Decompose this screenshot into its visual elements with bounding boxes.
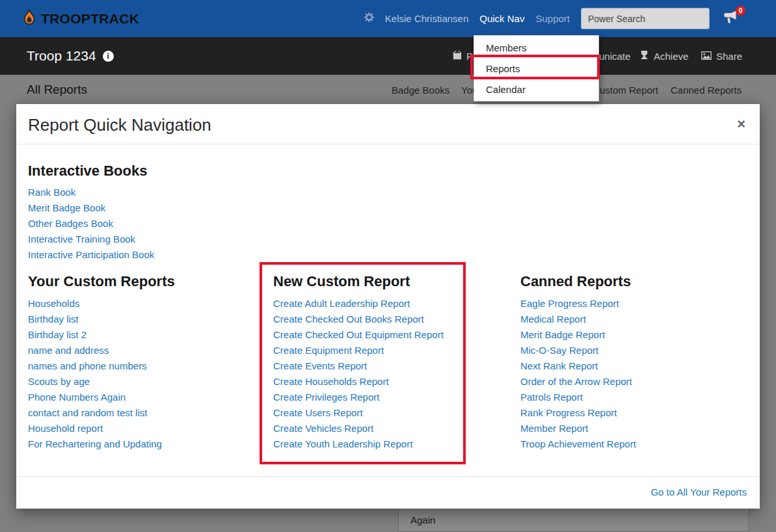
report-link[interactable]: Troop Achievement Report: [520, 436, 636, 452]
section-heading: Interactive Books: [28, 163, 748, 180]
report-link[interactable]: Eagle Progress Report: [520, 296, 619, 312]
report-link[interactable]: contact and random test list: [28, 405, 147, 421]
report-link[interactable]: Create Checked Out Books Report: [273, 312, 424, 327]
report-link[interactable]: Create Households Report: [273, 374, 389, 390]
report-link[interactable]: Member Report: [520, 421, 588, 436]
quick-nav-dropdown: Members Reports Calendar: [474, 35, 599, 101]
report-link[interactable]: Rank Progress Report: [520, 405, 617, 421]
gear-icon[interactable]: [364, 12, 374, 25]
section-heading: Your Custom Reports: [28, 273, 273, 290]
menu-item-members[interactable]: Members: [474, 37, 598, 58]
subnav-item-label: Achieve: [654, 51, 688, 62]
report-link[interactable]: Scouts by age: [28, 374, 90, 390]
report-link[interactable]: Household report: [28, 421, 103, 436]
report-link[interactable]: For Rechartering and Updating: [28, 436, 162, 452]
report-link[interactable]: Interactive Training Book: [28, 232, 135, 247]
report-link[interactable]: Phone Numbers Again: [28, 390, 126, 405]
report-link[interactable]: Merit Badge Book: [28, 200, 105, 216]
calendar-icon: [453, 51, 462, 62]
report-link[interactable]: Medical Report: [520, 312, 586, 327]
power-search-input[interactable]: [581, 8, 710, 29]
menu-item-calendar[interactable]: Calendar: [474, 79, 598, 100]
report-link[interactable]: Merit Badge Report: [520, 327, 605, 343]
section-heading: New Custom Report: [273, 273, 520, 290]
report-link[interactable]: Patrols Report: [520, 390, 583, 405]
report-link[interactable]: names and phone numbers: [28, 358, 147, 374]
report-link[interactable]: Birthday list 2: [28, 327, 87, 343]
navbar-right: Kelsie Christiansen Quick Nav Support 0: [364, 0, 740, 37]
modal-footer: Go to All Your Reports: [16, 476, 760, 509]
subnav-item-share[interactable]: Share: [701, 37, 742, 75]
image-icon: [701, 51, 712, 62]
report-link[interactable]: Next Rank Report: [520, 358, 598, 374]
close-icon[interactable]: ×: [737, 117, 745, 131]
report-link[interactable]: Create Youth Leadership Report: [273, 436, 412, 452]
report-link[interactable]: Interactive Participation Book: [28, 247, 154, 263]
new-custom-report-column: New Custom Report Create Adult Leadershi…: [273, 273, 520, 452]
subnav-item-communicate[interactable]: unicate: [599, 37, 630, 75]
section-heading: Canned Reports: [520, 273, 748, 290]
modal-header: Report Quick Navigation ×: [16, 104, 760, 144]
top-navbar: TROOPTRACK Kelsie Christiansen Quick Nav…: [0, 0, 776, 37]
user-menu[interactable]: Kelsie Christiansen: [385, 13, 468, 24]
report-link[interactable]: Create Events Report: [273, 358, 367, 374]
your-custom-reports-column: Your Custom Reports Households Birthday …: [28, 273, 273, 452]
subnav-item-achieve[interactable]: Achieve: [639, 37, 688, 75]
report-link[interactable]: Create Vehicles Report: [273, 421, 373, 436]
troop-subnav: Troop 1234 i Pl unicate Achieve Share: [0, 37, 776, 75]
report-link[interactable]: Create Adult Leadership Report: [273, 296, 410, 312]
support-link[interactable]: Support: [535, 13, 570, 24]
report-link[interactable]: Create Equipment Report: [273, 343, 384, 358]
report-link[interactable]: name and address: [28, 343, 109, 358]
report-link[interactable]: Create Checked Out Equipment Report: [273, 327, 444, 343]
go-to-all-reports-link[interactable]: Go to All Your Reports: [650, 486, 747, 498]
modal-title: Report Quick Navigation: [28, 115, 748, 135]
announcements-button[interactable]: 0: [723, 10, 740, 27]
megaphone-icon: [723, 15, 740, 26]
subnav-item-label: Share: [716, 51, 742, 62]
flame-icon: [22, 9, 36, 29]
info-icon[interactable]: i: [103, 51, 114, 62]
report-link[interactable]: Order of the Arrow Report: [520, 374, 632, 390]
modal-body: Interactive Books Rank Book Merit Badge …: [16, 144, 760, 452]
canned-reports-column: Canned Reports Eagle Progress Report Med…: [520, 273, 748, 452]
brand-name: TROOPTRACK: [41, 11, 139, 27]
report-link[interactable]: Create Users Report: [273, 405, 363, 421]
quick-nav-menu-button[interactable]: Quick Nav: [479, 13, 524, 24]
report-quick-navigation-modal: Report Quick Navigation × Interactive Bo…: [16, 104, 760, 509]
notification-badge: 0: [736, 6, 745, 16]
report-columns: Your Custom Reports Households Birthday …: [28, 273, 748, 452]
trooptrack-logo[interactable]: TROOPTRACK: [22, 0, 139, 37]
report-link[interactable]: Other Badges Book: [28, 216, 113, 232]
menu-item-reports[interactable]: Reports: [474, 58, 598, 79]
troop-title: Troop 1234 i: [27, 37, 114, 75]
report-link[interactable]: Birthday list: [28, 312, 79, 327]
report-link[interactable]: Create Privileges Report: [273, 390, 379, 405]
report-link[interactable]: Households: [28, 296, 79, 312]
interactive-books-section: Interactive Books Rank Book Merit Badge …: [28, 163, 748, 263]
report-link[interactable]: Mic-O-Say Report: [520, 343, 598, 358]
troop-name: Troop 1234: [27, 48, 96, 64]
trophy-icon: [639, 51, 649, 62]
subnav-item-plan[interactable]: Pl: [453, 37, 475, 75]
report-link[interactable]: Rank Book: [28, 185, 75, 200]
